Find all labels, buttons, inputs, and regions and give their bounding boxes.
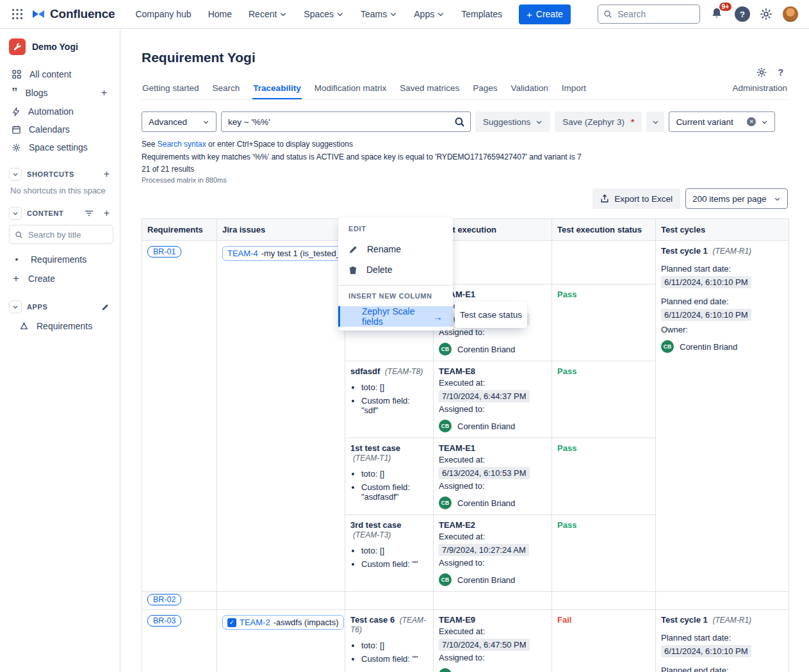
apps-collapse-button[interactable]: [9, 300, 22, 313]
page-size-select[interactable]: 200 items per page: [685, 188, 788, 209]
jira-issue-link[interactable]: TEAM-4-my test 1 (is_tested_by): [222, 246, 357, 261]
sidebar-item-all-content[interactable]: All content: [9, 65, 113, 83]
edit-apps-icon[interactable]: [101, 303, 110, 311]
add-content-icon[interactable]: +: [104, 208, 113, 219]
nav-spaces[interactable]: Spaces: [298, 5, 349, 23]
search-mode-select[interactable]: Advanced: [142, 111, 217, 132]
tab-getting-started[interactable]: Getting started: [142, 81, 200, 99]
requirement-link[interactable]: BR-02: [147, 594, 181, 605]
requirement-link[interactable]: BR-03: [147, 615, 181, 627]
content-search[interactable]: [9, 225, 113, 244]
col-header-jira-issues: Jira issues: [217, 219, 345, 241]
pencil-icon: [101, 303, 110, 311]
save-options-button[interactable]: [646, 111, 664, 132]
trash-icon: [348, 265, 357, 275]
apps-section-label: APPS: [27, 303, 96, 311]
global-search-input[interactable]: [617, 9, 688, 19]
save-button[interactable]: Save (Zephyr 3)*: [555, 111, 642, 132]
confluence-logo[interactable]: Confluence: [31, 6, 115, 22]
date-badge: 6/13/2024, 6:10:53 PM: [439, 467, 530, 479]
jira-issue-link[interactable]: ✓ TEAM-2-aswdfs (impacts): [222, 615, 344, 630]
page-help-button[interactable]: ?: [778, 67, 783, 78]
nav-apps[interactable]: Apps: [409, 5, 450, 23]
processing-time: Processed matrix in 880ms: [142, 176, 788, 184]
table-row: BR-01 TEAM-4-my test 1 (is_tested_by) Te…: [142, 241, 789, 284]
content-search-input[interactable]: [28, 230, 99, 240]
date-badge: 6/11/2024, 6:10:10 PM: [661, 645, 751, 657]
table-row: BR-03 ✓ TEAM-2-aswdfs (impacts) Test cas…: [142, 610, 789, 672]
sidebar-item-automation[interactable]: Automation: [9, 102, 113, 120]
menu-item-zephyr-scale-fields[interactable]: Zephyr Scale fields →: [338, 306, 453, 327]
help-button[interactable]: ?: [735, 6, 750, 22]
test-execution-cell: TEAM-E8 Executed at: 7/10/2024, 6:44:37 …: [434, 361, 552, 438]
add-blog-icon[interactable]: +: [101, 87, 111, 99]
date-badge: 7/9/2024, 10:27:24 AM: [439, 544, 529, 556]
space-header[interactable]: Demo Yogi: [9, 38, 113, 55]
test-cycle-cell: Test cycle 1 (TEAM-R1) Planned start dat…: [656, 610, 789, 672]
shortcuts-collapse-button[interactable]: [9, 168, 22, 181]
nav-recent[interactable]: Recent: [243, 5, 292, 23]
requirement-link[interactable]: BR-01: [147, 246, 181, 258]
global-search[interactable]: [598, 4, 700, 24]
export-excel-button[interactable]: Export to Excel: [592, 188, 680, 209]
submenu-test-case-status[interactable]: Test case status: [455, 301, 527, 328]
clear-variant-icon[interactable]: ✕: [747, 117, 756, 126]
query-input[interactable]: [222, 117, 448, 127]
search-syntax-link[interactable]: Search syntax: [158, 140, 206, 149]
gear-icon: [756, 67, 767, 78]
sidebar-item-requirements-page[interactable]: Requirements: [9, 250, 113, 268]
nav-home[interactable]: Home: [203, 5, 237, 23]
chevron-down-icon: [12, 171, 19, 177]
gear-icon: [759, 7, 773, 21]
sidebar-item-requirements-app[interactable]: Requirements: [9, 317, 113, 335]
export-icon: [600, 194, 609, 203]
page-title: Requirement Yogi: [142, 50, 788, 65]
app-switcher-icon[interactable]: [10, 7, 24, 21]
tab-saved-matrices[interactable]: Saved matrices: [399, 81, 460, 99]
tab-validation[interactable]: Validation: [511, 81, 549, 99]
suggestions-button[interactable]: Suggestions: [475, 111, 550, 132]
tab-traceability[interactable]: Traceability: [252, 81, 301, 99]
col-header-test-cycles: Test cycles: [656, 219, 789, 241]
menu-item-rename[interactable]: Rename: [338, 239, 453, 259]
avatar: CB: [661, 340, 674, 353]
gear-icon: [12, 143, 21, 152]
sidebar-item-blogs[interactable]: ” Blogs +: [9, 83, 113, 102]
tab-search[interactable]: Search: [212, 81, 241, 99]
notifications-button[interactable]: 9+: [709, 6, 726, 22]
traceability-table: Requirements Jira issues Test cases Test…: [142, 218, 789, 672]
tab-pages[interactable]: Pages: [472, 81, 498, 99]
variant-select[interactable]: Current variant ✕: [669, 111, 775, 132]
tab-administration[interactable]: Administration: [731, 81, 788, 99]
pencil-icon: [348, 245, 358, 254]
nav-templates[interactable]: Templates: [456, 5, 507, 23]
user-avatar[interactable]: [782, 6, 799, 22]
grid-icon: [12, 69, 22, 79]
nav-company-hub[interactable]: Company hub: [130, 5, 196, 23]
nav-teams[interactable]: Teams: [355, 5, 402, 23]
create-button[interactable]: + Create: [519, 4, 571, 24]
filter-icon[interactable]: [85, 209, 94, 217]
status-badge: Pass: [557, 366, 576, 376]
menu-section-edit: EDIT: [338, 225, 453, 233]
date-badge: 7/10/2024, 6:44:37 PM: [439, 390, 530, 402]
add-shortcut-icon[interactable]: +: [104, 168, 113, 180]
settings-gear-button[interactable]: [759, 7, 773, 21]
matrix-settings-button[interactable]: [756, 67, 767, 78]
sidebar-item-space-settings[interactable]: Space settings: [9, 138, 113, 156]
run-search-button[interactable]: [448, 112, 470, 131]
avatar: CB: [439, 668, 452, 672]
sidebar-item-calendars[interactable]: Calendars: [9, 120, 113, 138]
arrow-right-icon: →: [433, 311, 443, 322]
requirements-app-icon: [19, 322, 29, 331]
question-mark-icon: ?: [740, 10, 745, 19]
confluence-logo-text: Confluence: [50, 7, 115, 21]
menu-section-insert: INSERT NEW COLUMN: [338, 292, 453, 300]
query-input-wrap: [221, 111, 471, 132]
tab-import[interactable]: Import: [561, 81, 587, 99]
content-collapse-button[interactable]: [9, 207, 22, 220]
sidebar-item-create-page[interactable]: + Create: [9, 268, 113, 289]
tab-modification-matrix[interactable]: Modification matrix: [314, 81, 388, 99]
shortcuts-empty-text: No shortcuts in this space: [9, 184, 113, 195]
menu-item-delete[interactable]: Delete: [338, 259, 453, 280]
